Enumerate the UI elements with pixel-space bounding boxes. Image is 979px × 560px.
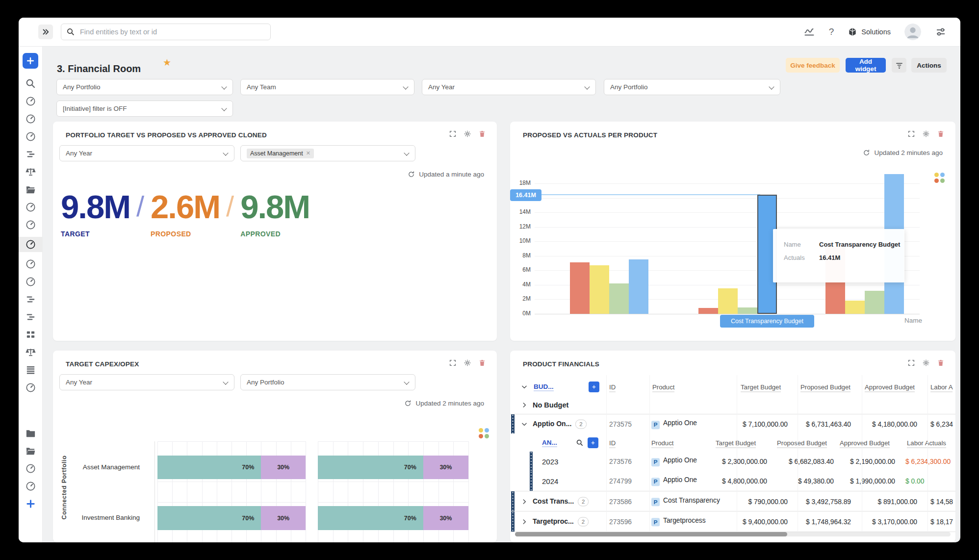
- sidebar-item-levels[interactable]: [19, 294, 42, 305]
- legend-dots-icon[interactable]: [479, 428, 489, 438]
- sidebar-item-gauge[interactable]: [19, 96, 42, 107]
- filter-portfolio-2[interactable]: Any Portfolio: [604, 79, 780, 95]
- column-header[interactable]: Labor Actuals: [907, 439, 946, 446]
- column-header[interactable]: ID: [609, 383, 616, 391]
- stacked-bar-asset-management[interactable]: 70%30%: [318, 456, 468, 479]
- bar-red-cat1[interactable]: [698, 308, 718, 314]
- sidebar-item-scales[interactable]: [19, 347, 42, 358]
- sidebar-item-gauge-active[interactable]: [19, 237, 42, 252]
- refresh-icon[interactable]: [404, 400, 412, 407]
- actions-button[interactable]: Actions: [911, 58, 947, 73]
- sub-group-by-header[interactable]: AN...: [542, 438, 557, 447]
- chevron-right-icon[interactable]: [521, 518, 528, 525]
- row-drag-handle[interactable]: [530, 471, 533, 491]
- bar-green-cat2[interactable]: [865, 291, 884, 314]
- bar-yellow-cat2[interactable]: [845, 301, 865, 314]
- column-header[interactable]: Proposed Budget: [777, 439, 827, 446]
- expand-icon[interactable]: [907, 359, 915, 367]
- table-header-row[interactable]: BUD...IDProductTarget BudgetProposed Bud…: [510, 378, 955, 397]
- sidebar-item-gauge[interactable]: [19, 113, 42, 125]
- help-icon[interactable]: ?: [829, 26, 834, 37]
- table-year-row-2023[interactable]: 2023273576PApptio One$ 2,300,000.00$ 6,6…: [510, 452, 955, 472]
- column-header[interactable]: Target Budget: [716, 439, 756, 446]
- bar-red-cat0[interactable]: [570, 262, 590, 314]
- give-feedback-button[interactable]: Give feedback: [786, 58, 840, 73]
- table-year-row-2024[interactable]: 2024274799PApptio One$ 4,800,000.00$ 49,…: [510, 471, 955, 491]
- stacked-bar-investment-banking[interactable]: 70%30%: [318, 506, 468, 530]
- chevron-down-icon[interactable]: [521, 421, 528, 428]
- search-input[interactable]: [79, 27, 265, 36]
- sidebar-item-scales[interactable]: [19, 166, 42, 178]
- column-header[interactable]: Target Budget: [741, 383, 781, 391]
- segment-opex[interactable]: 30%: [423, 456, 468, 479]
- sidebar-item-gauge[interactable]: [19, 463, 42, 474]
- column-header[interactable]: Approved Budget: [865, 383, 915, 391]
- metrics-icon[interactable]: [803, 26, 815, 38]
- bar-blue-cat0[interactable]: [629, 259, 648, 314]
- segment-opex[interactable]: 30%: [423, 506, 468, 530]
- chevron-right-icon[interactable]: [521, 402, 528, 408]
- column-header[interactable]: Product: [651, 439, 673, 446]
- filter-year[interactable]: Any Year: [422, 79, 596, 95]
- expand-icon[interactable]: [907, 130, 915, 138]
- add-annual-budget-button[interactable]: [588, 437, 598, 448]
- stacked-bar-asset-management[interactable]: 70%30%: [157, 456, 306, 479]
- sidebar-item-gauge[interactable]: [19, 219, 42, 230]
- settings-sliders-icon[interactable]: [935, 26, 947, 38]
- sidebar-item-search[interactable]: [19, 78, 42, 89]
- chip-remove-icon[interactable]: ✕: [306, 150, 310, 156]
- refresh-icon[interactable]: [408, 171, 415, 178]
- sidebar-item-folder-open[interactable]: [19, 184, 42, 195]
- widget-filter-portfolio[interactable]: Any Portfolio: [240, 374, 415, 390]
- sidebar-item-folder[interactable]: [19, 428, 42, 439]
- horizontal-scrollbar[interactable]: [515, 532, 951, 536]
- segment-opex[interactable]: 30%: [261, 456, 306, 479]
- expand-icon[interactable]: [449, 359, 457, 367]
- favorite-star-icon[interactable]: ★: [163, 57, 171, 68]
- trash-icon[interactable]: [937, 130, 945, 138]
- sidebar-item-gauge[interactable]: [19, 481, 42, 492]
- bar-green-cat0[interactable]: [609, 283, 629, 314]
- column-header[interactable]: ID: [609, 439, 616, 446]
- search-rows-icon[interactable]: [576, 439, 584, 447]
- add-widget-button[interactable]: Add widget: [846, 58, 886, 73]
- column-header[interactable]: Approved Budget: [840, 439, 890, 446]
- gear-icon[interactable]: [922, 130, 930, 138]
- sidebar-item-gauge[interactable]: [19, 382, 42, 393]
- sidebar-item-plus-button[interactable]: [23, 53, 38, 69]
- chevron-right-icon[interactable]: [521, 498, 528, 505]
- gear-icon[interactable]: [464, 130, 471, 138]
- sidebar-item-plus-small[interactable]: [19, 498, 42, 509]
- segment-capex[interactable]: 70%: [157, 506, 261, 530]
- bar-green-cat1[interactable]: [738, 307, 757, 314]
- row-drag-handle[interactable]: [511, 511, 515, 532]
- trash-icon[interactable]: [937, 359, 945, 367]
- scrollbar-thumb[interactable]: [515, 532, 787, 536]
- expand-icon[interactable]: [449, 130, 457, 138]
- group-by-header[interactable]: BUD...: [534, 383, 554, 391]
- board-filter-button[interactable]: [892, 58, 906, 73]
- row-drag-handle[interactable]: [530, 452, 533, 471]
- refresh-icon[interactable]: [863, 149, 870, 156]
- sidebar-item-gauge[interactable]: [19, 258, 42, 270]
- gear-icon[interactable]: [922, 359, 930, 367]
- table-group-row-273596[interactable]: Targetproc...2273596PTargetprocess$ 9,40…: [510, 511, 955, 532]
- column-header[interactable]: Proposed Budget: [800, 383, 850, 391]
- table-row-no-budget[interactable]: No Budget: [510, 396, 955, 414]
- widget-filter-year[interactable]: Any Year: [59, 374, 234, 390]
- table-subheader-row[interactable]: AN...IDProductTarget BudgetProposed Budg…: [510, 433, 955, 452]
- expand-sidebar-button[interactable]: [38, 25, 53, 39]
- bar-yellow-cat0[interactable]: [590, 265, 609, 314]
- sidebar-item-gauge[interactable]: [19, 276, 42, 287]
- sidebar-item-grid[interactable]: [19, 329, 42, 340]
- bar-yellow-cat1[interactable]: [718, 288, 738, 314]
- sidebar-item-folder-open[interactable]: [19, 445, 42, 457]
- solutions-button[interactable]: Solutions: [848, 27, 891, 37]
- filter-portfolio[interactable]: Any Portfolio: [56, 79, 233, 95]
- avatar[interactable]: [904, 24, 921, 40]
- row-drag-handle[interactable]: [511, 414, 515, 434]
- sidebar-item-gauge[interactable]: [19, 202, 42, 213]
- segment-capex[interactable]: 70%: [318, 506, 423, 530]
- column-header[interactable]: Product: [652, 383, 674, 391]
- add-budget-button[interactable]: [589, 382, 599, 392]
